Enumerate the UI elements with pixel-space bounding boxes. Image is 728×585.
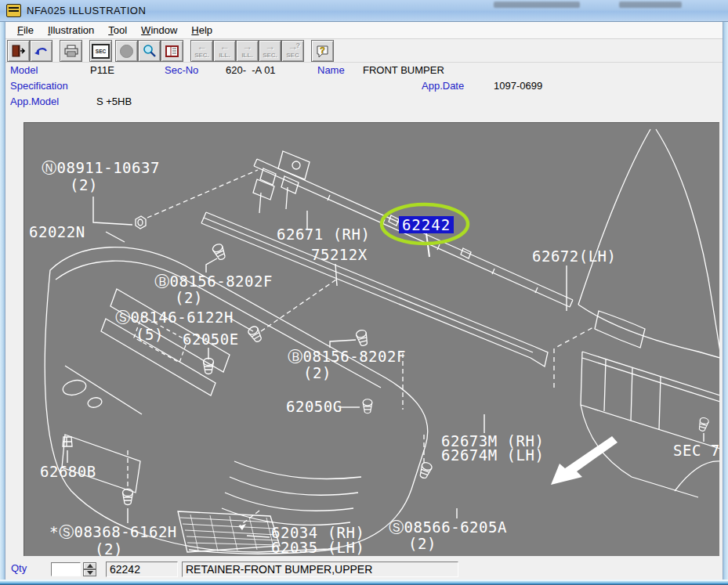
highlighted-part[interactable]: 62242: [399, 216, 454, 233]
exit-button[interactable]: [7, 40, 30, 62]
part-label[interactable]: (2): [70, 178, 98, 193]
catalog-button[interactable]: [161, 40, 183, 62]
qty-input[interactable]: [51, 562, 81, 576]
model-value: P11E: [90, 64, 114, 76]
menu-item-help[interactable]: Help: [184, 23, 219, 38]
part-label[interactable]: *Ⓢ08368-6162H: [49, 525, 177, 540]
nav-left-arrow-icon: ←: [197, 43, 207, 50]
window-border-right: [723, 22, 728, 580]
toolbar: SEC ← SEC. ← ILL.: [5, 39, 723, 63]
help-bubble-icon: ?: [315, 44, 331, 59]
app-window: NFA025 ILLUSTRATION FileIllustrationTool…: [0, 0, 728, 585]
background-artifact: [619, 2, 682, 8]
part-label[interactable]: (2): [175, 291, 203, 305]
qty-spin-up-button[interactable]: [83, 562, 96, 569]
next-sec-button[interactable]: → SEC.: [259, 40, 281, 62]
sec-list-button[interactable]: SEC: [89, 40, 112, 62]
part-label[interactable]: 62035 (LH): [271, 540, 364, 555]
help-button[interactable]: ?: [311, 40, 334, 62]
app-icon: [6, 4, 21, 17]
model-label: Model: [10, 64, 38, 76]
exit-door-icon: [11, 44, 27, 58]
menu-item-file[interactable]: File: [10, 23, 41, 38]
menu-item-window[interactable]: Window: [134, 23, 184, 38]
prev-sec-button[interactable]: ← SEC.: [190, 40, 213, 62]
gray-circle-icon: [120, 45, 133, 58]
appmodel-label: App.Model: [10, 96, 59, 107]
part-label[interactable]: 75212X: [311, 247, 368, 262]
magnifier-icon: [142, 44, 157, 59]
sec-search-button[interactable]: ? → SEC: [281, 40, 304, 62]
part-label[interactable]: 62674M (LH): [441, 448, 544, 463]
part-label[interactable]: 62671 (RH): [277, 227, 370, 242]
title-bar: NFA025 ILLUSTRATION: [0, 0, 728, 22]
appmodel-value: S +5HB: [96, 96, 132, 107]
undo-arrow-icon: [34, 45, 49, 57]
part-label[interactable]: (2): [408, 536, 436, 551]
part-label[interactable]: Ⓢ08146-6122H: [115, 310, 234, 325]
svg-text:?: ?: [320, 45, 325, 55]
mark-button[interactable]: [115, 40, 138, 62]
direction-arrow: [551, 436, 618, 485]
window-border-left: [0, 22, 5, 580]
qty-spinner: [83, 562, 96, 576]
specification-label: Specification: [10, 80, 68, 92]
window-title: NFA025 ILLUSTRATION: [27, 5, 146, 16]
part-label[interactable]: (5): [136, 327, 164, 342]
part-label[interactable]: 62680B: [40, 464, 96, 479]
illustration-canvas[interactable]: Ⓝ08911-10637(2)62022N62671 (RH)75212X626…: [24, 122, 719, 556]
secno-label: Sec-No: [165, 64, 198, 76]
nav-right-arrow-icon: →: [265, 43, 275, 50]
menu-item-tool[interactable]: Tool: [101, 23, 134, 38]
part-label[interactable]: 62050G: [286, 399, 342, 414]
part-label[interactable]: 62022N: [29, 225, 85, 240]
part-label[interactable]: (2): [95, 542, 123, 556]
open-book-icon: [165, 45, 179, 58]
zoom-button[interactable]: [138, 40, 161, 62]
part-label[interactable]: Ⓑ08156-8202F: [288, 349, 406, 364]
part-label[interactable]: (2): [303, 366, 331, 381]
appdate-value: 1097-0699: [494, 80, 542, 92]
next-ill-button[interactable]: → ILL.: [236, 40, 259, 62]
background-artifact: [494, 2, 580, 8]
part-label[interactable]: Ⓑ08156-8202F: [154, 274, 273, 289]
nav-left-arrow-icon: ←: [219, 43, 230, 50]
part-number-field[interactable]: [106, 562, 178, 577]
qty-label: Qty: [11, 562, 27, 574]
part-description-field[interactable]: [182, 562, 458, 577]
appdate-label: App.Date: [422, 80, 464, 92]
part-label[interactable]: 62672(LH): [532, 249, 616, 264]
window-border-bottom: [0, 580, 728, 585]
print-button[interactable]: [60, 40, 82, 62]
highlighted-part-label: 62242: [402, 216, 451, 233]
secno-value: 620- -A 01: [226, 64, 276, 76]
printer-icon: [63, 44, 79, 58]
nav-right-arrow-icon: →: [242, 43, 252, 50]
undo-button[interactable]: [30, 40, 53, 62]
qty-spin-down-button[interactable]: [83, 569, 96, 576]
name-label: Name: [317, 64, 345, 76]
menu-item-illustration[interactable]: Illustration: [41, 23, 101, 38]
menu-bar: FileIllustrationToolWindowHelp: [5, 22, 723, 39]
part-label[interactable]: Ⓝ08911-10637: [42, 161, 160, 175]
prev-ill-button[interactable]: ← ILL.: [213, 40, 236, 62]
part-label[interactable]: Ⓢ08566-6205A: [389, 520, 507, 535]
sec-box-icon: SEC: [92, 44, 110, 59]
info-panel: Model P11E Sec-No 620- -A 01 Name FRONT …: [5, 63, 723, 122]
part-label[interactable]: 62050E: [183, 332, 239, 347]
name-value: FRONT BUMPER: [363, 64, 444, 76]
footer-bar: Qty: [5, 556, 723, 580]
bumper-line-art: [24, 123, 719, 556]
part-label[interactable]: SEC 750: [673, 443, 719, 458]
